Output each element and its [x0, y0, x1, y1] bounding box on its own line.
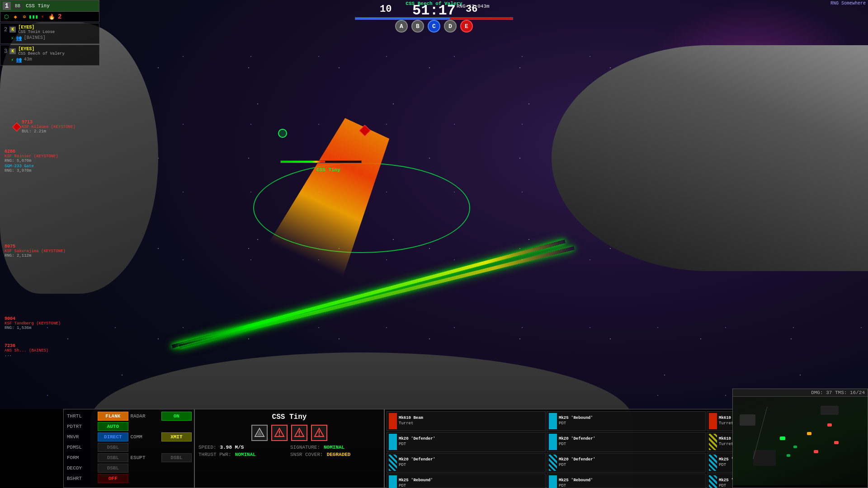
bshrt-label: BSHRT	[66, 474, 96, 483]
player-2-badge: K	[9, 27, 16, 33]
weapon-1-type: Turret	[399, 421, 423, 427]
player-2-ship: CSS Toxin Loose	[18, 30, 55, 34]
crosshair-icon: ⊕	[21, 13, 28, 20]
ship-status-icons	[198, 425, 380, 441]
thrtl-label: THRTL	[66, 412, 96, 421]
bshrt-button[interactable]: OFF	[98, 474, 128, 483]
player-3-icon-1: ⚡	[11, 57, 14, 63]
player-2-sub-icons: ⚡ 👥 [BAINES]	[11, 34, 95, 42]
weapon-10: Mk25 'Rebound' PDT	[387, 474, 546, 488]
bottom-left-black	[0, 409, 66, 488]
weapon-5-name: Mk20 'Defender'	[559, 436, 595, 442]
shield-icon: ⬡	[3, 13, 10, 20]
minimap-neutral-1	[807, 432, 811, 435]
player-1-status: 1 BB CSS Tiny ⬡ ◆ ⊕ ▮▮▮ ⚡ 🔥 2	[0, 0, 99, 22]
player-2-num: 2	[4, 27, 7, 33]
target-circle-icon	[278, 129, 287, 138]
track-9713-id: 9713	[22, 120, 75, 125]
minimap-terrain-3	[821, 406, 839, 415]
track-6286-id: 6286	[5, 149, 58, 154]
weapon-7-name: Mk20 'Defender'	[399, 457, 435, 463]
track-9004-detail: RNG: 1,536m	[5, 326, 61, 330]
pdtrt-button[interactable]: AUTO	[98, 422, 128, 431]
weapon-11: Mk25 'Rebound' PDT	[547, 474, 706, 488]
track-6286-detail: RNG: 5,070m	[5, 159, 58, 163]
thrust-label: THRUST PWR:	[198, 452, 231, 457]
minimap: DMG: 37 TMS: 16/24	[732, 389, 868, 488]
comm-button[interactable]: XMIT	[161, 432, 192, 441]
decoy-button[interactable]: DSBL	[98, 464, 128, 473]
weapon-4-color	[389, 434, 397, 450]
weapon-11-color	[549, 475, 557, 488]
mnvr-label: MNVR	[66, 432, 96, 441]
weapon-5: Mk20 'Defender' PDT	[547, 432, 706, 452]
capture-point-d[interactable]: D	[444, 20, 457, 33]
minimap-terrain-1	[740, 414, 755, 426]
weapon-4-name: Mk20 'Defender'	[399, 436, 435, 442]
signature-value: NOMINAL	[324, 445, 344, 450]
player-2-header: 2 K [EYES] CSS Toxin Loose	[4, 25, 95, 34]
track-6286-extra2: RNG: 3,970m	[5, 169, 58, 173]
thrtl-button[interactable]: FLANK	[98, 412, 128, 421]
player-3-callsign: [EYES]	[18, 47, 65, 52]
decoy-label: DECOY	[66, 464, 96, 473]
weapon-11-type: PDT	[559, 483, 593, 488]
weapon-8: Mk20 'Defender' PDT	[547, 453, 706, 473]
hud-top: CSS Beech of Valery 10 51:17 36 A B C D …	[0, 0, 868, 27]
player-3-num: 3	[4, 48, 7, 55]
ship-damage-icon-3	[311, 425, 327, 441]
ship-name-label: CSS Tiny	[316, 167, 340, 173]
weapon-10-type: PDT	[399, 483, 433, 488]
ship-health-bar	[280, 160, 362, 163]
player-1-num: 1	[3, 2, 11, 10]
weapon-2-type: PDT	[559, 421, 593, 427]
comm-label: COMM	[130, 432, 160, 441]
track-9713-detail: BUL: 2.21m	[22, 129, 75, 134]
pdmsl-button[interactable]: DSBL	[98, 443, 128, 452]
flame-icon: 🔥	[48, 13, 55, 20]
terrain-right	[552, 45, 868, 271]
form-label: FORM	[66, 453, 96, 462]
bars-icon: ▮▮▮	[30, 13, 37, 20]
ship-damage-icon-2	[291, 425, 307, 441]
minimap-enemy-1	[827, 423, 832, 427]
weapon-2-color	[549, 413, 557, 429]
weapon-1-color	[389, 413, 397, 429]
weapon-10-name: Mk25 'Rebound'	[399, 478, 433, 483]
score-left: 10	[380, 4, 392, 15]
esupt-button[interactable]: DSBL	[161, 453, 192, 462]
capture-point-c[interactable]: C	[428, 20, 440, 33]
track-9004-id: 9004	[5, 316, 61, 321]
lightning-icon: ⚡	[39, 13, 46, 20]
capture-point-e[interactable]: E	[460, 20, 473, 33]
track-6286-name: KSF Rainier (KEYSTONE)	[5, 154, 58, 159]
player-1-badge: BB	[13, 3, 22, 9]
weapon-7-color	[389, 455, 397, 471]
player-2-entry: 2 K [EYES] CSS Toxin Loose ⚡ 👥 [BAINES]	[0, 23, 99, 44]
pdtrt-label: PDTRT	[66, 422, 96, 431]
player-3-sub-detail: 43m	[24, 57, 32, 63]
capture-point-b[interactable]: B	[411, 20, 424, 33]
ship-maneuver-icon	[251, 425, 268, 441]
form-button[interactable]: DSBL	[98, 453, 128, 462]
game-timer: 51:17	[412, 2, 456, 19]
top-right-rng: RNG Somewhere	[828, 0, 868, 7]
player-2-callsign: [EYES]	[18, 25, 55, 30]
weapon-6-color	[709, 434, 717, 450]
player-1-icons: ⬡ ◆ ⊕ ▮▮▮ ⚡ 🔥 2	[0, 12, 99, 22]
track-6286-label: 6286 KSF Rainier (KEYSTONE) RNG: 5,070m …	[5, 149, 58, 173]
signature-label: SIGNATURE:	[290, 445, 320, 450]
weapon-8-color	[549, 455, 557, 471]
weapon-11-name: Mk25 'Rebound'	[559, 478, 593, 483]
weapon-4-type: PDT	[399, 442, 435, 447]
capture-points: A B C D E	[395, 20, 473, 33]
radar-button[interactable]: ON	[161, 412, 192, 421]
weapon-1: Mk610 Beam Turret	[387, 411, 546, 431]
player-3-entry: 3 K [EYES] CSS Beech of Valery ⚡ 👥 43m	[0, 45, 99, 66]
player-3-icon-2: 👥	[16, 57, 22, 63]
capture-point-a[interactable]: A	[395, 20, 408, 33]
mnvr-button[interactable]: DIRECT	[98, 432, 128, 441]
weapon-3-color	[709, 413, 717, 429]
ship-container	[249, 127, 475, 298]
player-2-icon-1: ⚡	[11, 35, 14, 41]
